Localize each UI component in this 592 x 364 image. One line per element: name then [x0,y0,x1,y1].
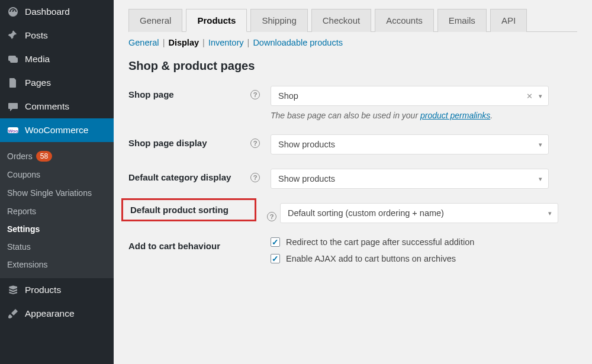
subnav-coupons[interactable]: Coupons [0,166,114,183]
pages-icon [7,77,19,89]
row-shop-page: Shop page ? Shop ✕ The base page can als… [128,86,577,120]
tab-emails[interactable]: Emails [437,9,487,32]
checkbox-redirect-cart[interactable]: Redirect to the cart page after successf… [271,237,549,247]
section-title: Shop & product pages [128,59,577,73]
sublink-general[interactable]: General [128,38,159,47]
row-category-display: Default category display ? Show products [128,169,577,189]
nav-label: Products [25,285,61,295]
tab-products[interactable]: Products [186,9,247,32]
nav-label: Dashboard [25,7,70,17]
tab-api[interactable]: API [490,9,527,32]
label-category-display: Default category display ? [128,169,271,182]
products-icon [7,284,19,296]
subnav-label: Settings [7,224,40,234]
svg-text:Woo: Woo [8,128,18,134]
checkbox-icon[interactable] [271,237,280,247]
subnav-extensions[interactable]: Extensions [0,256,114,273]
gauge-icon [7,6,19,18]
select-shop-page[interactable]: Shop ✕ [271,86,549,106]
label-shop-display: Shop page display ? [128,134,271,148]
main-content: General Products Shipping Checkout Accou… [114,0,592,364]
label-cart-behaviour: Add to cart behaviour [128,237,271,251]
nav-media[interactable]: Media [0,47,114,71]
row-product-sorting: Default product sorting ? Default sortin… [128,203,577,223]
nav-products[interactable]: Products [0,278,114,302]
tab-accounts[interactable]: Accounts [375,9,434,32]
nav-dashboard[interactable]: Dashboard [0,0,114,24]
settings-tabs: General Products Shipping Checkout Accou… [128,9,577,32]
admin-sidebar: Dashboard Posts Media Pages Comments Woo… [0,0,114,364]
help-icon[interactable]: ? [250,173,260,182]
subnav-variations[interactable]: Show Single Variations [0,183,114,202]
separator: | [162,38,166,47]
subnav-settings[interactable]: Settings [0,220,114,238]
sublink-downloads[interactable]: Downloadable products [253,38,343,47]
subnav-label: Show Single Variations [7,188,92,198]
label-product-sorting: Default product sorting [121,198,256,221]
woocommerce-submenu: Orders 58 Coupons Show Single Variations… [0,142,114,278]
nav-appearance[interactable]: Appearance [0,302,114,326]
checkbox-ajax-cart[interactable]: Enable AJAX add to cart buttons on archi… [271,254,549,263]
help-icon[interactable]: ? [250,138,260,148]
subnav-status[interactable]: Status [0,238,114,256]
media-icon [7,53,19,65]
select-product-sorting[interactable]: Default sorting (custom ordering + name) [280,203,558,223]
tab-checkout[interactable]: Checkout [311,9,371,32]
woocommerce-icon: Woo [7,124,19,136]
separator: | [246,38,251,47]
permalink-link[interactable]: product permalinks [420,111,490,120]
label-shop-page: Shop page ? [128,86,271,99]
nav-comments[interactable]: Comments [0,95,114,118]
sub-navigation: General | Display | Inventory | Download… [128,38,577,47]
row-cart-behaviour: Add to cart behaviour Redirect to the ca… [128,237,577,270]
nav-label: Appearance [25,308,75,319]
nav-label: Comments [25,101,69,112]
select-shop-display[interactable]: Show products [271,134,549,154]
checkbox-icon[interactable] [271,254,280,263]
help-icon[interactable]: ? [250,90,260,99]
shop-page-description: The base page can also be used in your p… [271,111,549,120]
subnav-label: Reports [7,207,36,216]
nav-posts[interactable]: Posts [0,24,114,47]
subnav-label: Extensions [7,260,47,269]
sublink-inventory[interactable]: Inventory [208,38,244,47]
orders-count-badge: 58 [36,151,52,162]
help-icon[interactable]: ? [267,212,276,221]
row-shop-display: Shop page display ? Show products [128,134,577,154]
subnav-label: Coupons [7,170,40,179]
subnav-label: Orders [7,152,33,161]
nav-label: Pages [25,78,51,88]
tab-shipping[interactable]: Shipping [250,9,307,32]
nav-pages[interactable]: Pages [0,71,114,95]
subnav-label: Status [7,242,31,252]
pin-icon [7,30,19,41]
sublink-display: Display [168,38,199,47]
subnav-orders[interactable]: Orders 58 [0,147,114,166]
nav-woocommerce[interactable]: Woo WooCommerce [0,118,114,142]
separator: | [201,38,206,47]
subnav-reports[interactable]: Reports [0,202,114,220]
nav-label: WooCommerce [25,125,88,136]
nav-label: Media [25,54,50,65]
nav-label: Posts [25,30,48,41]
select-category-display[interactable]: Show products [271,169,549,189]
comment-icon [7,101,19,112]
brush-icon [7,308,19,320]
tab-general[interactable]: General [128,9,182,32]
clear-icon[interactable]: ✕ [526,92,533,101]
